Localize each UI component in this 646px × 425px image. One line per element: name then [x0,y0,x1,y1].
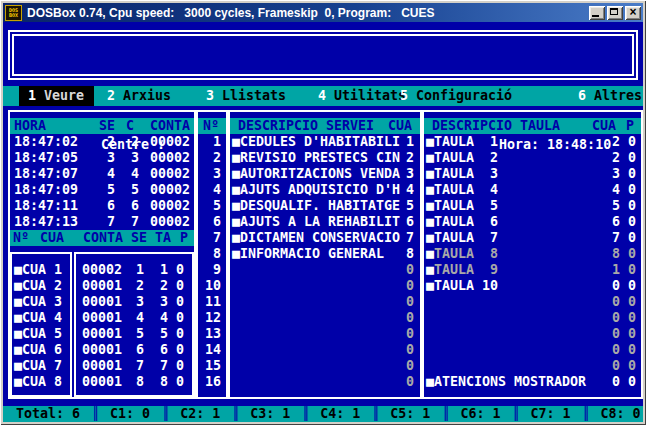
queue-p: 0 [168,278,184,294]
service-cua-value: 0 [398,326,414,342]
square-bullet-icon: ■ [232,182,240,198]
menu-item-label: Altres [594,88,642,103]
service-row: ■AJUTS A LA REHABILIT6 [230,214,420,230]
desk-cua-value: 0 [602,326,620,342]
desk-cua-value: 0 [602,342,620,358]
minimize-button[interactable] [589,6,605,20]
ticket-c: 3 [119,150,139,166]
service-cua-value: 0 [398,358,414,374]
menu-item[interactable]: 4Utilitats [318,86,406,106]
square-bullet-icon: ■ [14,358,22,374]
desk-cua-value: 4 [602,182,620,198]
service-cua-value: 5 [398,198,414,214]
queue-values-row: 00001 3 3 0 [76,294,192,310]
company-header-box: Empresa:* AJUNTAMENT DE RIPOLLET * Centr… [8,30,638,80]
col-header-conta: CONTA [150,118,190,134]
maximize-button[interactable] [607,6,623,20]
ticket-counter: 00002 [150,198,190,214]
square-bullet-icon: ■ [14,294,22,310]
square-bullet-icon: ■ [232,150,240,166]
service-row: ■INFORMACIO GENERAL8 [230,246,420,262]
col-header-descripcio-taula: DESCRIPCIO TAULA [432,118,560,134]
ticket-se: 2 [95,134,115,150]
desk-row: ■TAULA 880 [424,246,641,262]
desk-row: ■TAULA 1000 [424,278,641,294]
service-cua-value: 7 [398,230,414,246]
desk-p-value: 0 [622,182,636,198]
desk-row: ■00 [424,294,641,310]
ticket-se: 4 [95,166,115,182]
queue-se: 6 [124,342,144,358]
service-row: ■DESQUALIF. HABITATGE5 [230,198,420,214]
counter-value: 1 [282,406,290,422]
desk-name: TAULA 10 [434,278,498,293]
queue-values-row: 00001 7 7 0 [76,358,192,374]
queue-ta: 1 [148,262,168,278]
minimize-icon [592,15,599,17]
queue-p: 0 [168,358,184,374]
desk-row: ■00 [424,358,641,374]
desk-name: TAULA 7 [434,230,498,245]
queues-table-header: Nº CUA CONTA SE TA P [10,230,194,246]
tickets-table-header: HORA SE C CONTA [10,118,194,134]
queue-ta: 5 [148,326,168,342]
square-bullet-icon: ■ [426,134,434,150]
service-name: CEDULES D'HABITABILI [240,134,400,149]
menu-item[interactable]: 1Veure [19,86,94,106]
row-number-value: 10 [205,278,221,293]
queue-name: CUA 2 [22,278,62,293]
ticket-row: 18:47:13 7 7 00002 [10,214,194,230]
row-number: 6 [198,214,226,230]
square-bullet-icon: ■ [14,342,22,358]
ticket-time: 18:47:05 [14,150,78,166]
desk-p-value: 0 [622,358,636,374]
window-title: DOSBox 0.74, Cpu speed: 3000 cycles, Fra… [27,6,589,20]
titlebar[interactable]: DOS BOX DOSBox 0.74, Cpu speed: 3000 cyc… [3,3,643,22]
desk-p-value: 0 [622,198,636,214]
dosbox-icon: DOS BOX [5,5,22,21]
menu-item-number: 6 [578,88,586,103]
queue-ta: 2 [148,278,168,294]
menu-item[interactable]: 5Configuració [400,86,512,106]
ticket-counter: 00002 [150,166,190,182]
ticket-row: 18:47:02 2 2 00002 [10,134,194,150]
row-number: 14 [198,342,226,358]
service-name: REVISIO PRESTECS CIN [240,150,400,165]
desk-cua-value: 6 [602,214,620,230]
status-bar: Total:6 ║C1:0 ║C2:1 ║C3:1 ║C4:1 ║C5:1 ║C… [3,406,643,422]
desk-cua-value: 8 [602,246,620,262]
row-number-value: 12 [205,310,221,325]
service-name: DICTAMEN CONSERVACIO [240,230,400,245]
desk-p-value: 0 [622,150,636,166]
close-button[interactable]: × [625,6,641,20]
desk-name: TAULA 8 [434,246,498,261]
queue-name: CUA 5 [22,326,62,341]
row-number: 11 [198,294,226,310]
menu-item-label: Utilitats [334,88,406,103]
service-cua-value: 8 [398,246,414,262]
row-number: 4 [198,182,226,198]
menu-item[interactable]: 6Altres [578,86,642,106]
desk-cua-value: 0 [602,358,620,374]
service-name: INFORMACIO GENERAL [240,246,384,261]
col-header-se: SE [99,118,115,134]
square-bullet-icon: ■ [14,374,22,390]
counter-value: 0 [142,406,150,422]
menu-item[interactable]: 3Llistats [206,86,286,106]
desk-cua-value: 5 [602,198,620,214]
counter-label: C8: [601,406,625,422]
ticket-row: 18:47:11 6 6 00002 [10,198,194,214]
square-bullet-icon: ■ [426,182,434,198]
total-label: Total: [16,406,64,422]
service-cua-value: 0 [398,374,414,390]
counter-value: 0 [633,406,641,422]
ticket-c: 2 [119,134,139,150]
queue-values-box: 00002 1 1 0 00001 2 2 0 [74,252,194,397]
desk-cua-value: 1 [602,262,620,278]
desk-name: TAULA 9 [434,262,498,277]
col-header-cua: CUA [40,230,64,246]
counter-label: C1: [110,406,134,422]
square-bullet-icon: ■ [14,310,22,326]
row-number-value: 11 [205,294,221,309]
menu-item[interactable]: 2Arxius [107,86,171,106]
